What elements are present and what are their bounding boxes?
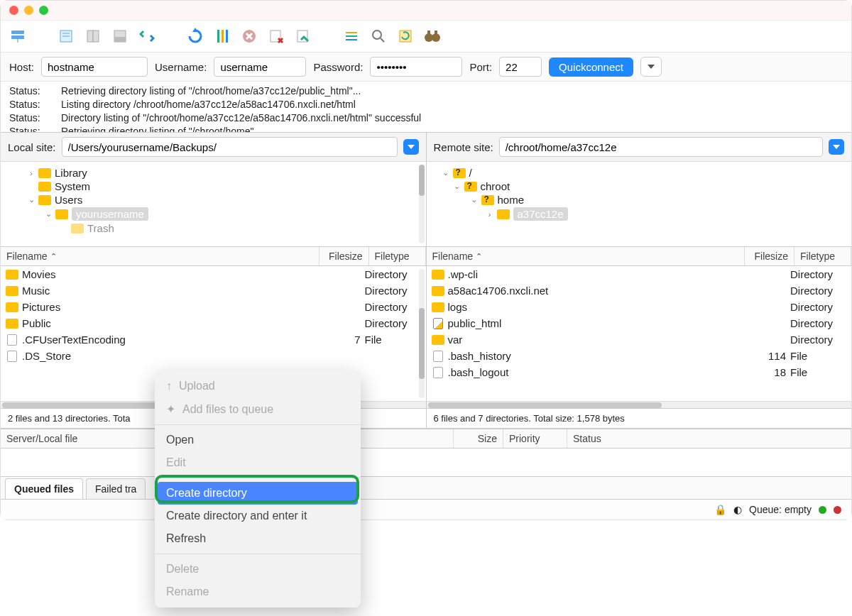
refresh-icon[interactable] bbox=[137, 26, 157, 46]
list-item[interactable]: .wp-cliDirectory bbox=[427, 266, 852, 282]
menu-add-to-queue[interactable]: ✦Add files to queue bbox=[155, 397, 361, 421]
remote-site-input[interactable] bbox=[499, 137, 823, 157]
quickconnect-dropdown[interactable] bbox=[640, 57, 662, 77]
column-priority[interactable]: Priority bbox=[503, 429, 567, 448]
list-item[interactable]: .CFUserTextEncoding7File bbox=[1, 331, 426, 348]
search-icon[interactable] bbox=[368, 26, 388, 46]
column-status[interactable]: Status bbox=[567, 429, 851, 448]
chevron-right-icon[interactable]: › bbox=[28, 169, 35, 177]
chevron-down-icon[interactable]: ⌄ bbox=[454, 182, 461, 191]
password-input[interactable] bbox=[370, 57, 462, 77]
filter-icon[interactable] bbox=[266, 26, 286, 46]
username-input[interactable] bbox=[214, 57, 306, 77]
queue-list[interactable] bbox=[1, 449, 851, 477]
process-queue-icon[interactable] bbox=[395, 26, 415, 46]
list-item[interactable]: a58ac14706.nxcli.netDirectory bbox=[427, 282, 852, 299]
message-log[interactable]: Status:Retrieving directory listing of "… bbox=[1, 82, 851, 133]
chevron-down-icon[interactable]: ⌄ bbox=[28, 195, 35, 204]
list-item[interactable]: MusicDirectory bbox=[1, 282, 426, 299]
menu-create-directory[interactable]: Create directory bbox=[158, 482, 358, 505]
list-item[interactable]: .bash_history114File bbox=[427, 348, 852, 364]
chevron-down-icon[interactable]: ⌄ bbox=[471, 195, 478, 204]
port-input[interactable] bbox=[499, 57, 542, 77]
svg-rect-11 bbox=[217, 30, 219, 43]
folder-icon bbox=[55, 209, 68, 219]
tree-item-selected[interactable]: a37cc12e bbox=[513, 207, 568, 221]
local-tree[interactable]: ›Library System ⌄Users ⌄yourusername Tra… bbox=[1, 162, 426, 247]
tree-item[interactable]: Trash bbox=[87, 222, 114, 234]
tree-item[interactable]: chroot bbox=[481, 180, 510, 192]
remote-file-header: Filename ⌃ Filesize Filetype bbox=[427, 247, 852, 266]
menu-create-directory-enter[interactable]: Create directory and enter it bbox=[155, 505, 361, 527]
disconnect-icon[interactable] bbox=[239, 26, 259, 46]
log-label: Status: bbox=[9, 84, 48, 98]
svg-marker-31 bbox=[648, 65, 655, 69]
remote-file-list[interactable]: .wp-cliDirectory a58ac14706.nxcli.netDir… bbox=[427, 266, 852, 401]
list-item[interactable]: PicturesDirectory bbox=[1, 299, 426, 315]
chevron-down-icon[interactable]: ⌄ bbox=[45, 209, 52, 219]
menu-edit[interactable]: Edit bbox=[155, 451, 361, 474]
menu-rename[interactable]: Rename bbox=[155, 581, 361, 603]
list-item[interactable]: MoviesDirectory bbox=[1, 266, 426, 282]
column-filesize[interactable]: Filesize bbox=[320, 247, 369, 265]
column-filesize[interactable]: Filesize bbox=[745, 247, 794, 265]
menu-refresh[interactable]: Refresh bbox=[155, 527, 361, 550]
list-item[interactable]: logsDirectory bbox=[427, 299, 852, 315]
tree-item[interactable]: home bbox=[498, 194, 525, 206]
toggle-log-icon[interactable] bbox=[56, 26, 76, 46]
site-manager-icon[interactable] bbox=[8, 26, 28, 46]
svg-rect-12 bbox=[222, 30, 224, 43]
tree-item[interactable]: Users bbox=[55, 194, 82, 206]
cancel-icon[interactable] bbox=[212, 26, 232, 46]
scrollbar-vertical[interactable] bbox=[419, 165, 425, 243]
scrollbar-vertical[interactable] bbox=[419, 269, 425, 398]
remote-site-dropdown[interactable] bbox=[829, 139, 844, 155]
svg-point-24 bbox=[373, 31, 381, 39]
tree-item[interactable]: / bbox=[469, 167, 472, 179]
file-icon bbox=[7, 334, 17, 346]
chevron-right-icon[interactable]: › bbox=[486, 210, 493, 219]
binoculars-icon[interactable] bbox=[422, 26, 442, 46]
list-item[interactable]: .bash_logout18File bbox=[427, 364, 852, 380]
folder-icon bbox=[497, 209, 510, 219]
sync-browse-icon[interactable] bbox=[342, 26, 361, 46]
column-filename[interactable]: Filename ⌃ bbox=[427, 247, 746, 265]
menu-open[interactable]: Open bbox=[155, 429, 361, 451]
quickconnect-button[interactable]: Quickconnect bbox=[549, 57, 633, 77]
local-site-label: Local site: bbox=[8, 141, 56, 153]
context-menu: ↑Upload ✦Add files to queue Open Edit Cr… bbox=[155, 370, 361, 607]
local-site-input[interactable] bbox=[62, 137, 398, 157]
tab-queued-files[interactable]: Queued files bbox=[5, 478, 83, 499]
close-window-button[interactable] bbox=[9, 6, 18, 15]
tab-failed-transfers[interactable]: Failed tra bbox=[86, 478, 146, 499]
list-item[interactable]: .DS_Store bbox=[1, 348, 426, 364]
maximize-window-button[interactable] bbox=[39, 6, 48, 15]
list-item[interactable]: PublicDirectory bbox=[1, 315, 426, 331]
speedlimit-icon[interactable]: ◐ bbox=[733, 504, 742, 515]
column-filename[interactable]: Filename ⌃ bbox=[1, 247, 320, 265]
compare-icon[interactable] bbox=[293, 26, 313, 46]
list-item[interactable]: public_htmlDirectory bbox=[427, 315, 852, 331]
reconnect-icon[interactable] bbox=[185, 26, 205, 46]
toggle-queue-icon[interactable] bbox=[110, 26, 130, 46]
tree-item[interactable]: System bbox=[55, 180, 90, 192]
tree-item-selected[interactable]: yourusername bbox=[72, 207, 148, 221]
activity-led-2 bbox=[834, 506, 841, 514]
column-filetype[interactable]: Filetype bbox=[794, 247, 851, 265]
host-input[interactable] bbox=[41, 57, 148, 77]
list-item[interactable]: varDirectory bbox=[427, 331, 852, 348]
remote-tree[interactable]: ⌄/ ⌄chroot ⌄home ›a37cc12e bbox=[427, 162, 852, 247]
menu-delete[interactable]: Delete bbox=[155, 558, 361, 581]
column-size[interactable]: Size bbox=[454, 429, 503, 448]
scrollbar-horizontal[interactable] bbox=[427, 401, 852, 408]
tree-item[interactable]: Library bbox=[55, 167, 87, 179]
local-site-dropdown[interactable] bbox=[403, 139, 419, 155]
column-filetype[interactable]: Filetype bbox=[369, 247, 426, 265]
status-bar: 🔒 ◐ Queue: empty bbox=[1, 500, 851, 519]
chevron-down-icon[interactable]: ⌄ bbox=[442, 168, 449, 177]
menu-upload[interactable]: ↑Upload bbox=[155, 375, 361, 397]
menu-separator bbox=[155, 478, 361, 478]
minimize-window-button[interactable] bbox=[24, 6, 33, 15]
toggle-tree-icon[interactable] bbox=[83, 26, 103, 46]
folder-icon bbox=[432, 302, 444, 312]
